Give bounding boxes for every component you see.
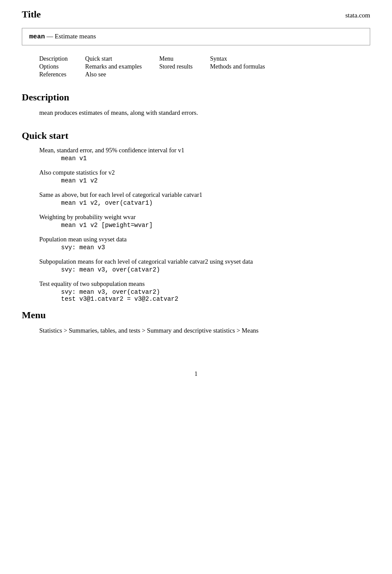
title-box-content: mean — Estimate means [29,33,363,41]
nav-row-2: Options Remarks and examples Stored resu… [39,63,283,71]
quick-start-content: Mean, standard error, and 95% confidence… [39,147,370,302]
description-text: mean produces estimates of means, along … [39,108,370,118]
qs-item-6: Subpopulation means for each level of ca… [39,258,370,273]
qs-item-5: Population mean using svyset data svy: m… [39,236,370,251]
description-section: Description mean produces estimates of m… [22,92,370,118]
quick-start-section: Quick start Mean, standard error, and 95… [22,130,370,302]
qs-desc-5: Population mean using svyset data [39,236,370,243]
menu-path: Statistics > Summaries, tables, and test… [39,326,370,336]
qs-code-4: mean v1 v2 [pweight=wvar] [61,222,370,229]
title-description: Estimate means [55,33,96,40]
qs-desc-6: Subpopulation means for each level of ca… [39,258,370,265]
description-content: mean produces estimates of means, along … [39,108,370,118]
nav-link-quickstart[interactable]: Quick start [85,55,112,62]
page-number: 1 [194,371,198,377]
command-name: mean [29,33,45,41]
nav-link-options[interactable]: Options [39,63,58,70]
qs-item-3: Same as above, but for each level of cat… [39,191,370,206]
nav-link-description[interactable]: Description [39,55,68,62]
qs-desc-7: Test equality of two subpopulation means [39,280,370,288]
nav-link-syntax[interactable]: Syntax [210,55,227,62]
menu-section: Menu Statistics > Summaries, tables, and… [22,309,370,336]
nav-link-methods[interactable]: Methods and formulas [210,63,265,70]
description-heading: Description [22,92,370,103]
qs-code-1: mean v1 [61,155,370,162]
menu-content: Statistics > Summaries, tables, and test… [39,326,370,336]
nav-table: Description Quick start Menu Syntax Opti… [39,55,370,79]
qs-code-7b: test v3@1.catvar2 = v3@2.catvar2 [61,296,370,302]
qs-code-7a: svy: mean v3, over(catvar2) [61,289,370,296]
nav-row-3: References Also see [39,71,283,79]
qs-desc-4: Weighting by probability weight wvar [39,213,370,221]
qs-desc-2: Also compute statistics for v2 [39,169,370,176]
stata-com-label: stata.com [345,12,370,19]
qs-item-7: Test equality of two subpopulation means… [39,280,370,302]
quick-start-heading: Quick start [22,130,370,141]
page-title: Title [22,9,41,20]
qs-item-4: Weighting by probability weight wvar mea… [39,213,370,229]
nav-link-menu[interactable]: Menu [159,55,174,62]
nav-link-stored-results[interactable]: Stored results [159,63,193,70]
nav-link-references[interactable]: References [39,71,66,78]
nav-link-also-see[interactable]: Also see [85,71,106,78]
qs-item-2: Also compute statistics for v2 mean v1 v… [39,169,370,184]
qs-code-3: mean v1 v2, over(catvar1) [61,199,370,206]
page-header: Title stata.com [22,9,370,20]
nav-links-table: Description Quick start Menu Syntax Opti… [39,55,283,79]
nav-row-1: Description Quick start Menu Syntax [39,55,283,63]
qs-code-5: svy: mean v3 [61,244,370,251]
qs-item-1: Mean, standard error, and 95% confidence… [39,147,370,162]
page-footer: 1 [22,371,370,378]
qs-desc-1: Mean, standard error, and 95% confidence… [39,147,370,154]
title-box: mean — Estimate means [22,28,370,45]
qs-desc-3: Same as above, but for each level of cat… [39,191,370,199]
qs-code-2: mean v1 v2 [61,177,370,184]
menu-heading: Menu [22,309,370,321]
qs-code-6: svy: mean v3, over(catvar2) [61,266,370,273]
nav-link-remarks[interactable]: Remarks and examples [85,63,142,70]
title-separator: — [47,33,53,40]
